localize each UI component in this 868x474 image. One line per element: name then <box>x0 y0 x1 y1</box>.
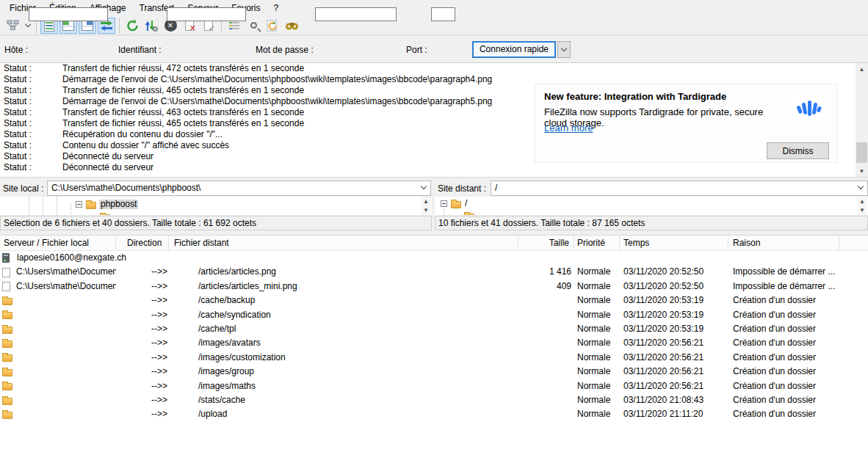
scroll-up-icon[interactable]: ▲ <box>856 63 868 76</box>
column-header-size[interactable]: Taille <box>518 236 574 250</box>
queue-remote-file: /cache/tpl <box>169 322 518 336</box>
queue-direction: -->> <box>116 393 169 407</box>
queue-time: 03/11/2020 20:56:21 <box>620 379 728 393</box>
quickconnect-button[interactable]: Connexion rapide <box>472 41 556 58</box>
folder-icon <box>451 201 461 208</box>
quickconnect-dropdown[interactable] <box>557 41 571 58</box>
username-input[interactable] <box>167 7 246 21</box>
find-files-button[interactable] <box>283 18 300 34</box>
table-row[interactable]: -->> /cache/tpl Normale 03/11/2020 20:53… <box>0 322 868 336</box>
queue-size <box>518 351 574 365</box>
password-input[interactable] <box>315 7 397 21</box>
tree-node-root[interactable]: / <box>463 199 469 208</box>
queue-size: 1 416 <box>518 265 574 279</box>
log-status-label: Statut : <box>4 96 32 107</box>
queue-reason: Création d'un dossier <box>728 322 868 336</box>
queue-time: 03/11/2020 20:52:50 <box>620 280 728 293</box>
queue-remote-file: /cache/syndication <box>169 308 518 322</box>
folder-icon <box>86 202 96 209</box>
queue-priority: Normale <box>574 379 620 393</box>
local-path-combobox[interactable]: C:\Users\mathe\Documents\phpboost\ <box>47 181 431 196</box>
scroll-down-icon[interactable]: ▼ <box>857 204 867 215</box>
table-row[interactable]: -->> /images/group Normale 03/11/2020 20… <box>0 365 868 379</box>
column-header-remote[interactable]: Fichier distant <box>169 236 518 250</box>
table-row[interactable]: -->> /upload Normale 03/11/2020 21:11:20… <box>0 407 868 421</box>
log-message: Transfert de fichier réussi, 465 octets … <box>62 118 304 129</box>
queue-remote-file: /images/maths <box>169 379 518 393</box>
log-status-label: Statut : <box>4 85 32 96</box>
quickconnect-bar: Hôte : Identifiant : Mot de passe : Port… <box>0 35 868 63</box>
table-row[interactable]: C:\Users\mathe\Documen... -->> /articles… <box>0 265 868 279</box>
log-scrollbar[interactable]: ▲ ▼ <box>856 63 868 178</box>
queue-time: 03/11/2020 20:56:21 <box>620 365 728 379</box>
local-status-bar: Sélection de 6 fichiers et 40 dossiers. … <box>0 216 432 230</box>
directory-comparison-button[interactable] <box>245 18 262 34</box>
queue-reason: Création d'un dossier <box>728 379 868 393</box>
dismiss-button[interactable]: Dismiss <box>767 142 829 159</box>
column-header-local[interactable]: Serveur / Fichier local <box>0 236 116 250</box>
queue-processing-icon <box>145 19 158 32</box>
chevron-down-icon <box>421 183 427 189</box>
remote-tree[interactable]: / ▲ ▼ <box>435 197 868 215</box>
scrollbar-thumb[interactable] <box>856 142 867 163</box>
log-message: Déconnecté du serveur <box>62 151 153 162</box>
queue-size <box>518 336 574 350</box>
column-header-direction[interactable]: Direction <box>116 236 169 250</box>
toggle-queue-processing-button[interactable] <box>142 18 160 34</box>
queue-remote-file: /images/customization <box>169 351 518 365</box>
scroll-down-icon[interactable]: ▼ <box>856 165 868 178</box>
queue-priority: Normale <box>574 308 620 322</box>
queue-server-name: lapoesie01600@nexgate.ch <box>16 251 126 265</box>
table-row[interactable]: -->> /cache/backup Normale 03/11/2020 20… <box>0 293 868 307</box>
column-header-priority[interactable]: Priorité <box>574 236 620 250</box>
file-icon <box>2 268 10 277</box>
collapse-icon[interactable] <box>76 201 82 208</box>
queue-reason: Impossible de démarrer ... <box>728 265 868 279</box>
queue-server-row[interactable]: lapoesie01600@nexgate.ch <box>0 251 868 265</box>
directory-comparison-icon <box>250 22 257 29</box>
synchronized-browsing-button[interactable] <box>264 18 281 34</box>
host-input[interactable] <box>29 7 108 21</box>
collapse-icon[interactable] <box>441 200 447 207</box>
local-tree[interactable]: phpboost ▲ ▼ <box>0 197 432 215</box>
table-row[interactable]: -->> /cache/syndication Normale 03/11/20… <box>0 308 868 322</box>
queue-direction: -->> <box>116 265 169 279</box>
queue-size <box>518 365 574 379</box>
reconnect-icon: ✓ <box>204 21 213 31</box>
queue-reason: Création d'un dossier <box>728 293 868 307</box>
queue-time: 03/11/2020 21:08:43 <box>620 393 728 407</box>
local-tree-scrollbar[interactable]: ▲ ▼ <box>421 197 431 215</box>
port-input[interactable] <box>431 7 455 21</box>
queue-size <box>518 379 574 393</box>
queue-local-file <box>16 336 116 350</box>
remote-path-combobox[interactable]: / <box>491 181 868 196</box>
column-header-reason[interactable]: Raison <box>728 236 839 250</box>
folder-icon <box>2 412 12 419</box>
table-row[interactable]: -->> /images/maths Normale 03/11/2020 20… <box>0 379 868 393</box>
filter-icon <box>229 22 239 29</box>
log-status-label: Statut : <box>4 107 32 118</box>
learn-more-link[interactable]: Learn more <box>544 123 593 134</box>
refresh-icon <box>126 19 140 32</box>
local-pane: Site local : C:\Users\mathe\Documents\ph… <box>0 178 432 235</box>
table-row[interactable]: -->> /stats/cache Normale 03/11/2020 21:… <box>0 393 868 407</box>
queue-size: 409 <box>518 280 574 293</box>
menu-help[interactable]: ? <box>267 1 286 15</box>
queue-priority: Normale <box>574 407 620 421</box>
queue-local-file <box>16 365 116 379</box>
scroll-down-icon[interactable]: ▼ <box>421 204 431 215</box>
table-row[interactable]: C:\Users\mathe\Documen... -->> /articles… <box>0 280 868 293</box>
chevron-down-icon <box>561 45 567 51</box>
queue-direction: -->> <box>116 365 169 379</box>
table-row[interactable]: -->> /images/customization Normale 03/11… <box>0 351 868 365</box>
site-manager-button[interactable] <box>4 18 21 34</box>
column-header-time[interactable]: Temps <box>620 236 728 250</box>
tree-node-phpboost[interactable]: phpboost <box>99 200 138 209</box>
refresh-button[interactable] <box>123 18 141 34</box>
queue-local-file <box>16 293 116 307</box>
tardigrade-logo-icon <box>792 90 826 127</box>
remote-tree-scrollbar[interactable]: ▲ ▼ <box>857 197 867 215</box>
log-message: Transfert de fichier réussi, 463 octets … <box>62 107 304 118</box>
table-row[interactable]: -->> /images/avatars Normale 03/11/2020 … <box>0 336 868 350</box>
site-manager-icon <box>7 20 19 31</box>
